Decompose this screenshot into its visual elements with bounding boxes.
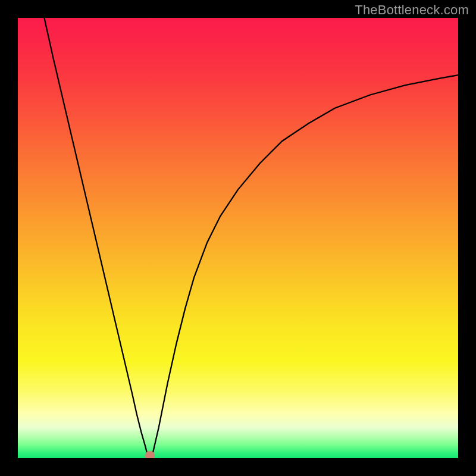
chart-frame: TheBottleneck.com xyxy=(0,0,476,476)
optimal-point-marker xyxy=(145,451,155,458)
watermark-text: TheBottleneck.com xyxy=(355,2,469,18)
bottleneck-curve xyxy=(18,18,458,458)
plot-area xyxy=(18,18,458,458)
